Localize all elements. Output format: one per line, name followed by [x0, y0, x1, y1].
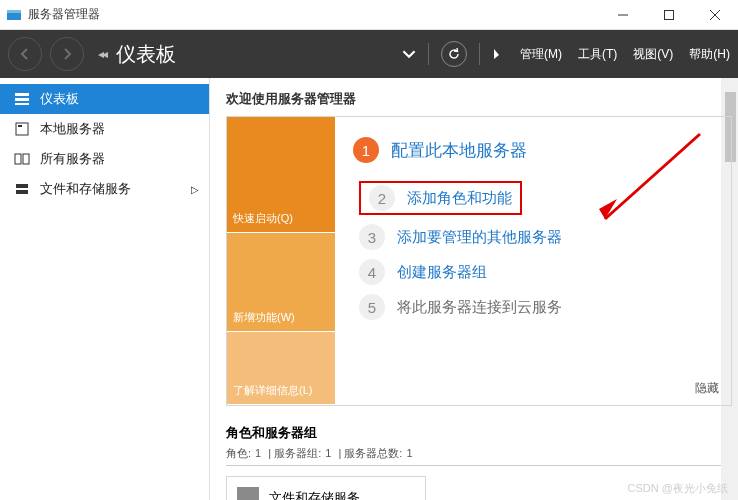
sidebar: 仪表板 本地服务器 所有服务器 文件和存储服务 ▷: [0, 78, 210, 500]
menu-help[interactable]: 帮助(H): [689, 46, 730, 63]
breadcrumb-title: 仪表板: [116, 41, 176, 68]
hide-link[interactable]: 隐藏: [695, 380, 719, 397]
storage-icon: [237, 487, 259, 500]
task-number: 4: [359, 259, 385, 285]
toolbar-divider: [479, 43, 480, 65]
notifications-button[interactable]: [492, 47, 506, 61]
svg-rect-8: [15, 103, 29, 105]
sidebar-item-file-storage[interactable]: 文件和存储服务 ▷: [0, 174, 209, 204]
sidebar-item-label: 所有服务器: [40, 150, 105, 168]
svg-rect-13: [16, 184, 28, 188]
svg-rect-6: [15, 93, 29, 96]
app-icon: [6, 7, 22, 23]
svg-rect-9: [16, 123, 28, 135]
menu-tools[interactable]: 工具(T): [578, 46, 617, 63]
storage-icon: [14, 181, 30, 197]
task-label: 创建服务器组: [397, 263, 487, 282]
sidebar-item-local-server[interactable]: 本地服务器: [0, 114, 209, 144]
annotation-highlight: 2 添加角色和功能: [359, 181, 522, 215]
watermark: CSDN @夜光小兔纸: [628, 481, 728, 496]
server-icon: [14, 121, 30, 137]
nav-back-button[interactable]: [8, 37, 42, 71]
task-number: 1: [353, 137, 379, 163]
refresh-button[interactable]: [441, 41, 467, 67]
task-add-servers[interactable]: 3 添加要管理的其他服务器: [359, 224, 717, 250]
toolbar-divider: [428, 43, 429, 65]
role-card-label: 文件和存储服务: [269, 489, 360, 500]
tile-learn-more[interactable]: 了解详细信息(L): [227, 332, 335, 405]
svg-rect-11: [15, 154, 21, 164]
breadcrumb-separator: ◂◂: [98, 47, 106, 61]
close-button[interactable]: [692, 0, 738, 30]
task-label: 添加要管理的其他服务器: [397, 228, 562, 247]
sidebar-item-label: 本地服务器: [40, 120, 105, 138]
toolbar: ◂◂ 仪表板 管理(M) 工具(T) 视图(V) 帮助(H): [0, 30, 738, 78]
welcome-heading: 欢迎使用服务器管理器: [226, 90, 732, 108]
window-title: 服务器管理器: [28, 6, 600, 23]
task-number: 2: [369, 185, 395, 211]
task-configure-local[interactable]: 1 配置此本地服务器: [353, 137, 717, 163]
content-area: 欢迎使用服务器管理器 快速启动(Q) 新增功能(W) 了解详细信息(L) 1 配…: [210, 78, 738, 500]
role-card-file-storage[interactable]: 文件和存储服务: [226, 476, 426, 500]
task-label: 配置此本地服务器: [391, 139, 527, 162]
roles-subtitle: 角色:1 | 服务器组:1 | 服务器总数:1: [226, 446, 732, 466]
task-connect-cloud[interactable]: 5 将此服务器连接到云服务: [359, 294, 717, 320]
breadcrumb-dropdown[interactable]: [402, 47, 416, 61]
task-label: 将此服务器连接到云服务: [397, 298, 562, 317]
menu-manage[interactable]: 管理(M): [520, 46, 562, 63]
svg-rect-14: [16, 190, 28, 194]
sidebar-item-label: 文件和存储服务: [40, 180, 131, 198]
task-number: 5: [359, 294, 385, 320]
sidebar-item-dashboard[interactable]: 仪表板: [0, 84, 209, 114]
minimize-button[interactable]: [600, 0, 646, 30]
svg-rect-1: [7, 10, 21, 13]
tile-whats-new[interactable]: 新增功能(W): [227, 233, 335, 332]
title-bar: 服务器管理器: [0, 0, 738, 30]
nav-forward-button[interactable]: [50, 37, 84, 71]
dashboard-icon: [14, 91, 30, 107]
sidebar-item-label: 仪表板: [40, 90, 79, 108]
task-label: 添加角色和功能: [407, 189, 512, 208]
menu-view[interactable]: 视图(V): [633, 46, 673, 63]
task-create-group[interactable]: 4 创建服务器组: [359, 259, 717, 285]
chevron-right-icon: ▷: [191, 184, 199, 195]
sidebar-item-all-servers[interactable]: 所有服务器: [0, 144, 209, 174]
task-number: 3: [359, 224, 385, 250]
svg-rect-7: [15, 98, 29, 101]
svg-rect-3: [665, 10, 674, 19]
roles-title: 角色和服务器组: [226, 424, 732, 442]
welcome-panel: 快速启动(Q) 新增功能(W) 了解详细信息(L) 1 配置此本地服务器 2 添…: [226, 116, 732, 406]
svg-rect-10: [18, 125, 22, 127]
servers-icon: [14, 151, 30, 167]
tile-quick-start[interactable]: 快速启动(Q): [227, 117, 335, 233]
svg-rect-12: [23, 154, 29, 164]
task-add-roles[interactable]: 2 添加角色和功能: [359, 181, 717, 215]
maximize-button[interactable]: [646, 0, 692, 30]
